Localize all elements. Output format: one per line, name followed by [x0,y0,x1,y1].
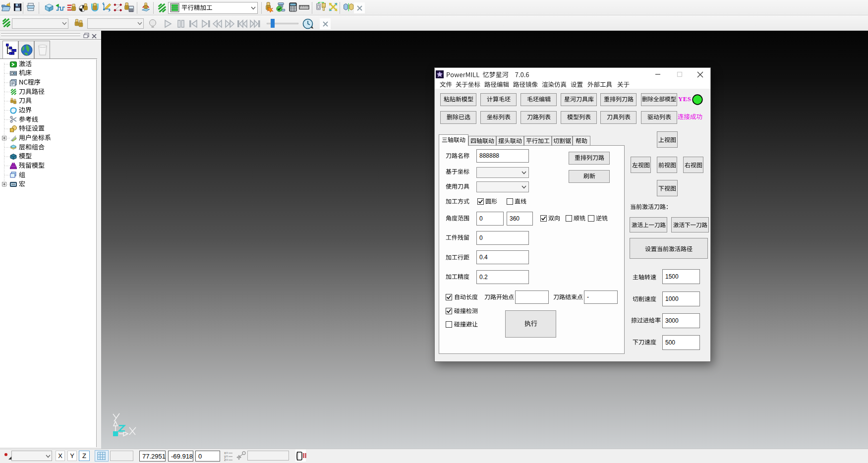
svg-text:x=: x= [224,452,228,455]
svg-text:z=: z= [224,459,228,461]
svg-text:y=: y= [224,455,228,459]
